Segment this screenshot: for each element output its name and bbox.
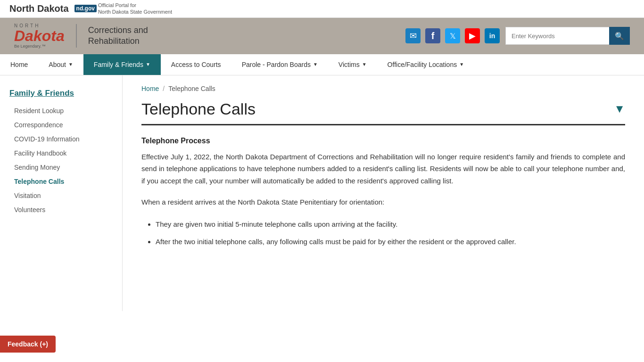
state-name: North Dakota — [9, 3, 69, 14]
portal-text: Official Portal for North Dakota State G… — [98, 2, 172, 16]
ndgov-badge: nd.gov — [74, 5, 97, 12]
search-area: 🔍 — [505, 27, 630, 45]
nd-logo: NORTH Dakota Be Legendary.™ — [14, 24, 65, 49]
gov-bar: North Dakota nd.gov Official Portal for … — [0, 0, 644, 18]
sidebar-item-sending-money[interactable]: Sending Money — [0, 160, 122, 174]
victims-arrow: ▼ — [362, 62, 367, 67]
nav-parole[interactable]: Parole - Pardon Boards ▼ — [231, 54, 328, 75]
nav-family-friends[interactable]: Family & Friends ▼ — [83, 54, 161, 75]
logo-tagline: Be Legendary.™ — [14, 44, 46, 49]
sidebar-item-visitation[interactable]: Visitation — [0, 189, 122, 203]
site-header: NORTH Dakota Be Legendary.™ Corrections … — [0, 18, 644, 54]
about-arrow: ▼ — [68, 62, 73, 67]
nav-locations[interactable]: Office/Facility Locations ▼ — [377, 54, 475, 75]
breadcrumb-separator: / — [163, 85, 165, 92]
sidebar-item-covid[interactable]: COVID-19 Information — [0, 132, 122, 146]
nav-access-courts[interactable]: Access to Courts — [161, 54, 231, 75]
nav-home[interactable]: Home — [0, 54, 38, 75]
parole-arrow: ▼ — [313, 62, 318, 67]
content-list: They are given two initial 5-minute tele… — [156, 218, 625, 248]
logo-dakota-text: Dakota — [14, 28, 65, 43]
sidebar-item-facility-handbook[interactable]: Facility Handbook — [0, 146, 122, 160]
dept-name: Corrections andRehabilitation — [88, 25, 148, 47]
content-wrapper: Family & Friends Resident Lookup Corresp… — [0, 75, 644, 311]
linkedin-icon[interactable]: in — [485, 28, 500, 43]
ndgov-link[interactable]: nd.gov Official Portal for North Dakota … — [74, 2, 172, 16]
sidebar-item-correspondence[interactable]: Correspondence — [0, 118, 122, 132]
nav-victims[interactable]: Victims ▼ — [328, 54, 377, 75]
sidebar-item-resident-lookup[interactable]: Resident Lookup — [0, 104, 122, 118]
youtube-icon[interactable]: ▶ — [465, 28, 480, 43]
breadcrumb-current: Telephone Calls — [168, 85, 215, 92]
main-nav: Home About ▼ Family & Friends ▼ Access t… — [0, 54, 644, 75]
main-content: Home / Telephone Calls Telephone Calls ▼… — [123, 75, 644, 311]
breadcrumb-home[interactable]: Home — [141, 85, 159, 92]
social-icons: ✉ f 𝕏 ▶ in — [405, 28, 500, 43]
email-icon[interactable]: ✉ — [405, 28, 421, 43]
search-input[interactable] — [505, 27, 609, 45]
content-paragraph-1: Effective July 1, 2022, the North Dakota… — [141, 151, 625, 187]
breadcrumb: Home / Telephone Calls — [141, 85, 625, 92]
sidebar: Family & Friends Resident Lookup Corresp… — [0, 75, 123, 311]
locations-arrow: ▼ — [459, 62, 464, 67]
facebook-icon[interactable]: f — [425, 28, 440, 43]
sidebar-item-telephone-calls[interactable]: Telephone Calls — [0, 174, 122, 189]
section-heading: Telephone Process — [141, 137, 625, 145]
twitter-icon[interactable]: 𝕏 — [445, 28, 460, 43]
page-title-block: Telephone Calls ▼ — [141, 100, 625, 125]
logo-area: NORTH Dakota Be Legendary.™ Corrections … — [14, 24, 148, 49]
page-title: Telephone Calls — [141, 100, 256, 118]
family-arrow: ▼ — [146, 62, 150, 67]
nav-about[interactable]: About ▼ — [38, 54, 83, 75]
sidebar-title[interactable]: Family & Friends — [0, 85, 122, 104]
search-button[interactable]: 🔍 — [609, 27, 630, 45]
sidebar-item-volunteers[interactable]: Volunteers — [0, 203, 122, 217]
content-paragraph-2: When a resident arrives at the North Dak… — [141, 196, 625, 208]
bullet-item-1: They are given two initial 5-minute tele… — [156, 218, 625, 230]
bullet-item-2: After the two initial telephone calls, a… — [156, 235, 625, 248]
logo-divider — [76, 24, 77, 48]
header-right: ✉ f 𝕏 ▶ in 🔍 — [405, 27, 630, 45]
title-down-arrow: ▼ — [614, 102, 625, 115]
